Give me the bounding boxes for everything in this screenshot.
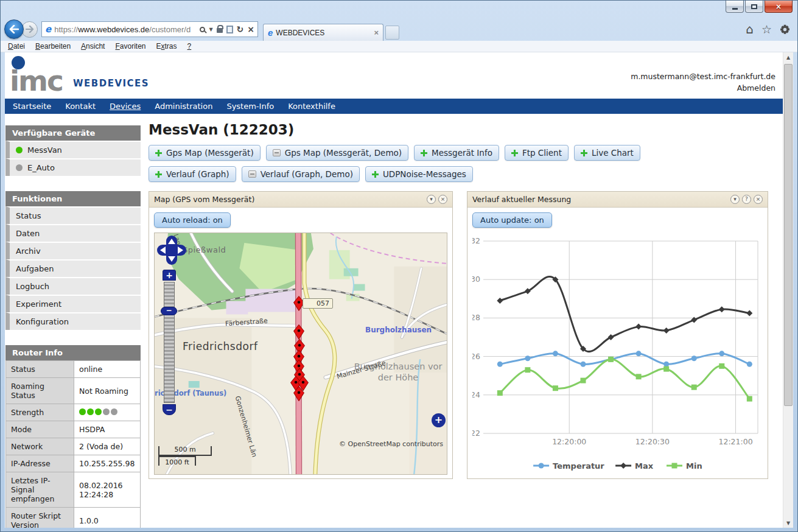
gps-map[interactable]: Landst Spießwald 057 Färberstraße Friedr… — [154, 233, 447, 475]
toolbar-button-6[interactable]: Verlauf (Graph, Demo) — [242, 166, 360, 182]
forward-button[interactable] — [21, 21, 38, 38]
menu-item-3[interactable]: Favoriten — [115, 42, 145, 51]
browser-tab[interactable]: e WEBDEVICES × — [263, 24, 383, 41]
toolbar-button-2[interactable]: Messgerät Info — [414, 145, 499, 161]
menu-item-5[interactable]: ? — [187, 42, 192, 51]
auto-reload-toggle[interactable]: Auto reload: on — [154, 212, 231, 228]
map-label-spiesswald: Spießwald — [183, 245, 226, 254]
router-info-row: Router Skript Version1.0.0 — [6, 508, 141, 528]
map-maximize-button[interactable]: + — [432, 413, 446, 427]
maximize-button[interactable] — [745, 1, 763, 13]
legend-item-min[interactable]: Min — [667, 461, 702, 471]
menu-item-2[interactable]: Ansicht — [81, 42, 105, 51]
imc-logo: imc — [10, 56, 63, 93]
chart-collapse-icon[interactable]: ▾ — [730, 195, 740, 204]
nav-item-kontexthilfe[interactable]: Kontexthilfe — [288, 102, 335, 111]
map-pan-compass[interactable] — [157, 236, 186, 265]
tab-close-icon[interactable]: × — [374, 28, 379, 37]
menu-item-0[interactable]: Datei — [8, 42, 25, 51]
page-scrollbar[interactable]: ▲ ▼ — [783, 52, 793, 528]
chart-close-icon[interactable]: × — [754, 195, 763, 204]
map-close-icon[interactable]: × — [438, 195, 447, 204]
map-label-friedrichsdorf: Friedrichsdorf — [183, 340, 257, 352]
router-info-row: ModeHSDPA — [6, 421, 141, 438]
back-button[interactable] — [4, 19, 24, 39]
function-item-experiment[interactable]: Experiment — [5, 295, 141, 312]
menu-item-4[interactable]: Extras — [156, 42, 177, 51]
map-panel: Map (GPS vom Messgerät) ▾ × Auto reload:… — [149, 191, 453, 479]
close-button[interactable]: × — [765, 1, 793, 13]
router-info-row: IP-Adresse10.255.255.98 — [6, 455, 141, 472]
plus-icon — [581, 150, 587, 156]
forward-arrow-icon — [26, 26, 34, 33]
page-content: imc WEBDEVICES m.mustermann@test.imc-fra… — [5, 52, 793, 528]
address-bar[interactable]: e https://www.webdevices.de/customer/d ▼… — [41, 21, 258, 37]
toolbar-button-3[interactable]: Ftp Client — [505, 145, 569, 161]
settings-gear-icon[interactable] — [780, 24, 790, 35]
plus-icon — [155, 150, 162, 156]
favorites-star-icon[interactable]: ☆ — [761, 24, 772, 35]
svg-text:26: 26 — [472, 352, 480, 361]
url-text[interactable]: https://www.webdevices.de/customer/d — [54, 25, 197, 34]
device-item-MessVan[interactable]: MessVan — [5, 141, 141, 158]
svg-text:28: 28 — [472, 313, 480, 322]
nav-item-system-info[interactable]: System-Info — [226, 102, 274, 111]
svg-text:Temperatur: Temperatur — [553, 461, 604, 471]
osm-attribution[interactable]: © OpenStreetMap contributors — [339, 440, 443, 448]
function-item-logbuch[interactable]: Logbuch — [5, 277, 141, 295]
zoom-out-button[interactable]: − — [163, 404, 176, 415]
zoom-slider-handle[interactable]: − — [161, 307, 177, 315]
scrollbar-thumb[interactable] — [784, 64, 793, 406]
measurement-line-chart[interactable]: 22242628303212:20:0012:20:3012:21:00Temp… — [472, 233, 763, 483]
legend-item-temperatur[interactable]: Temperatur — [533, 461, 604, 471]
stop-icon[interactable]: × — [247, 25, 254, 33]
function-item-archiv[interactable]: Archiv — [5, 242, 141, 259]
map-tiles[interactable] — [155, 233, 447, 474]
device-item-E_Auto[interactable]: E_Auto — [5, 158, 141, 176]
nav-item-kontakt[interactable]: Kontakt — [65, 102, 96, 111]
scrollbar-up-icon[interactable]: ▲ — [783, 52, 793, 62]
toolbar-button-0[interactable]: Gps Map (Messgerät) — [149, 145, 261, 161]
nav-item-devices[interactable]: Devices — [110, 102, 141, 111]
app-name: WEBDEVICES — [73, 78, 149, 89]
chart-help-icon[interactable]: ? — [742, 195, 751, 204]
lock-icon — [217, 28, 223, 33]
svg-text:Min: Min — [686, 461, 702, 471]
home-icon[interactable]: ⌂ — [746, 23, 754, 35]
toolbar-button-4[interactable]: Live Chart — [574, 145, 640, 161]
map-collapse-icon[interactable]: ▾ — [427, 195, 436, 204]
logout-link[interactable]: Abmelden — [737, 83, 775, 93]
compatibility-view-icon[interactable] — [226, 26, 233, 33]
menu-item-1[interactable]: Bearbeiten — [35, 42, 71, 51]
maximize-icon — [751, 4, 757, 9]
plus-icon — [372, 171, 379, 178]
tab-favicon: e — [268, 27, 273, 38]
chart-panel-title: Verlauf aktueller Messung — [472, 195, 571, 204]
signal-strength-dot — [79, 408, 86, 415]
map-scale-bar: 500 m 1000 ft — [158, 446, 212, 466]
toolbar-button-1[interactable]: Gps Map (Messgerät, Demo) — [266, 145, 408, 161]
search-dropdown-icon[interactable]: ▼ — [209, 27, 212, 32]
title-bar[interactable]: × — [1, 1, 797, 18]
toolbar-button-7[interactable]: UDPNoise-Messages — [365, 166, 473, 182]
search-icon[interactable] — [200, 27, 205, 32]
new-tab-button[interactable] — [385, 26, 399, 40]
series-temperatur — [497, 351, 752, 366]
nav-item-startseite[interactable]: Startseite — [13, 102, 51, 111]
toolbar-button-5[interactable]: Verlauf (Graph) — [149, 166, 236, 182]
svg-text:12:20:30: 12:20:30 — [635, 437, 670, 446]
refresh-icon[interactable]: ↻ — [237, 25, 244, 33]
zoom-in-button[interactable]: + — [163, 270, 176, 281]
legend-item-max[interactable]: Max — [615, 461, 654, 471]
function-item-daten[interactable]: Daten — [5, 224, 141, 242]
function-item-konfiguration[interactable]: Konfiguration — [5, 312, 141, 330]
zoom-slider-track[interactable] — [164, 282, 175, 403]
nav-item-administration[interactable]: Administration — [155, 102, 212, 111]
function-item-aufgaben[interactable]: Aufgaben — [5, 259, 141, 277]
minimize-button[interactable] — [726, 1, 744, 13]
auto-update-toggle[interactable]: Auto update: on — [472, 212, 552, 228]
sidebar: Verfügbare Geräte MessVanE_Auto Funktion… — [5, 125, 141, 528]
function-item-status[interactable]: Status — [5, 206, 141, 224]
signal-strength-dot — [87, 408, 94, 415]
scrollbar-down-icon[interactable]: ▼ — [783, 518, 793, 528]
